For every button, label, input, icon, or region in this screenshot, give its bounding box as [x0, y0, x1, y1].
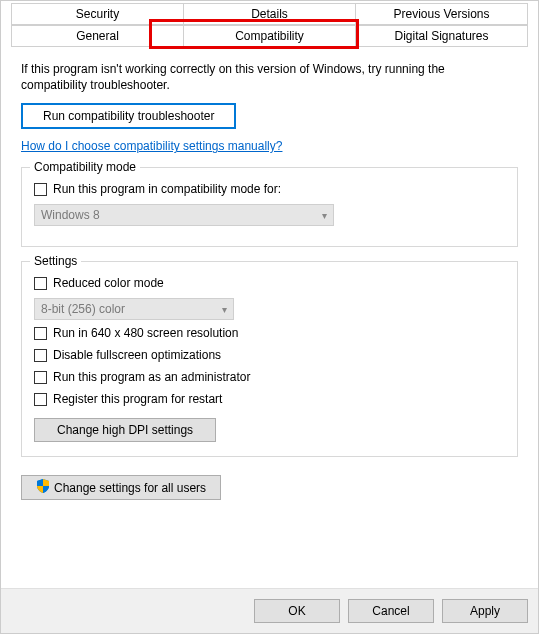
- compatibility-mode-title: Compatibility mode: [30, 160, 140, 174]
- reduced-color-label: Reduced color mode: [53, 276, 164, 290]
- run-640-label: Run in 640 x 480 screen resolution: [53, 326, 238, 340]
- change-dpi-button[interactable]: Change high DPI settings: [34, 418, 216, 442]
- compat-mode-selected: Windows 8: [41, 208, 100, 222]
- chevron-down-icon: ▾: [322, 210, 327, 221]
- apply-button[interactable]: Apply: [442, 599, 528, 623]
- tab-strip: Security Details Previous Versions Gener…: [1, 1, 538, 47]
- register-restart-checkbox[interactable]: [34, 393, 47, 406]
- properties-dialog: Security Details Previous Versions Gener…: [0, 0, 539, 634]
- tab-details[interactable]: Details: [183, 3, 356, 25]
- tab-previous-versions[interactable]: Previous Versions: [355, 3, 528, 25]
- chevron-down-icon: ▾: [222, 304, 227, 315]
- tab-general[interactable]: General: [11, 25, 184, 47]
- settings-group: Settings Reduced color mode 8-bit (256) …: [21, 261, 518, 457]
- ok-button[interactable]: OK: [254, 599, 340, 623]
- tab-content: If this program isn't working correctly …: [1, 46, 538, 560]
- run-admin-checkbox[interactable]: [34, 371, 47, 384]
- reduced-color-checkbox[interactable]: [34, 277, 47, 290]
- color-mode-select[interactable]: 8-bit (256) color ▾: [34, 298, 234, 320]
- compatibility-mode-group: Compatibility mode Run this program in c…: [21, 167, 518, 247]
- compat-mode-select[interactable]: Windows 8 ▾: [34, 204, 334, 226]
- change-all-users-label: Change settings for all users: [54, 481, 206, 495]
- tab-security[interactable]: Security: [11, 3, 184, 25]
- run-admin-label: Run this program as an administrator: [53, 370, 250, 384]
- compat-mode-checkbox[interactable]: [34, 183, 47, 196]
- compat-mode-label: Run this program in compatibility mode f…: [53, 182, 281, 196]
- disable-fullscreen-checkbox[interactable]: [34, 349, 47, 362]
- tab-digital-signatures[interactable]: Digital Signatures: [355, 25, 528, 47]
- tab-compatibility[interactable]: Compatibility: [183, 25, 356, 47]
- dialog-footer: OK Cancel Apply: [1, 588, 538, 633]
- settings-title: Settings: [30, 254, 81, 268]
- shield-icon: [36, 479, 50, 496]
- change-all-users-button[interactable]: Change settings for all users: [21, 475, 221, 500]
- cancel-button[interactable]: Cancel: [348, 599, 434, 623]
- manual-settings-link[interactable]: How do I choose compatibility settings m…: [21, 139, 282, 153]
- disable-fullscreen-label: Disable fullscreen optimizations: [53, 348, 221, 362]
- intro-text: If this program isn't working correctly …: [21, 61, 461, 93]
- run-640-checkbox[interactable]: [34, 327, 47, 340]
- register-restart-label: Register this program for restart: [53, 392, 222, 406]
- color-mode-selected: 8-bit (256) color: [41, 302, 125, 316]
- run-troubleshooter-button[interactable]: Run compatibility troubleshooter: [21, 103, 236, 129]
